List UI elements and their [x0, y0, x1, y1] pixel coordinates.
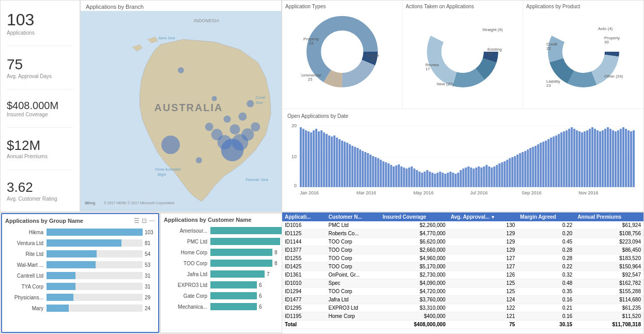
panel-icons: ☰ ⊡ ⋯: [134, 217, 155, 224]
table-row[interactable]: ID1255TOO Corp$4,960,0001270.28$183,520: [282, 254, 643, 263]
table-cell: EXPRO3 Ltd: [326, 304, 380, 312]
customer-bar-row[interactable]: Mechanica... 6: [164, 302, 296, 311]
applications-value: 103: [7, 10, 73, 29]
x-jan: Jan 2016: [300, 190, 319, 195]
bubble10[interactable]: [238, 112, 247, 120]
group-name-title: Applications by Group Name: [5, 218, 83, 224]
bubble4[interactable]: [241, 128, 254, 141]
table-cell: ID1010: [282, 279, 326, 287]
bubble13[interactable]: [212, 96, 217, 101]
svg-rect-63: [385, 162, 387, 187]
bubble11[interactable]: [178, 67, 184, 73]
bubble8[interactable]: [205, 123, 213, 131]
table-cell: 127: [448, 263, 517, 271]
bubble7[interactable]: [251, 122, 260, 131]
customer-bar-row[interactable]: Amerisour... 10: [164, 226, 296, 235]
customer-bar-row[interactable]: EXPRO3 Ltd 6: [164, 280, 296, 290]
customer-bar-row[interactable]: Gate Corp 6: [164, 291, 296, 300]
group-bar-fill: [47, 305, 69, 312]
bubble12[interactable]: [247, 100, 254, 108]
svg-rect-75: [416, 170, 418, 187]
group-bar-row[interactable]: Mary 24: [5, 303, 155, 313]
bubble14[interactable]: [196, 157, 202, 163]
table-total-cell: [326, 321, 380, 329]
bubble6[interactable]: [230, 124, 240, 134]
tasman-sea-label: Tasman Sea: [245, 177, 268, 182]
table-total-cell: 75: [448, 321, 517, 329]
svg-rect-141: [586, 130, 588, 187]
col-avg-approval[interactable]: Avg. Approval...▼: [448, 212, 517, 221]
table-row[interactable]: ID1295EXPRO3 Ltd$3,310,0001220.21$61,235: [282, 304, 643, 312]
menu-icon[interactable]: ☰: [134, 217, 140, 224]
table-row[interactable]: ID1010Spec$4,090,0001250.48$162,782: [282, 279, 643, 287]
group-bar-row[interactable]: Ventura Ltd 81: [5, 238, 155, 248]
table-row[interactable]: ID1425TOO Corp$5,170,0001270.22$150,964: [282, 263, 643, 271]
customer-bar-row[interactable]: Home Corp 8: [164, 248, 296, 257]
svg-rect-64: [388, 163, 390, 187]
table-row[interactable]: ID1125Roberts Co...$4,770,0001290.20$108…: [282, 230, 643, 238]
svg-rect-57: [370, 155, 372, 187]
col-customer[interactable]: Customer N...: [326, 212, 380, 221]
col-insured[interactable]: Insured Coverage: [380, 212, 448, 221]
customer-bar-row[interactable]: PMC Ltd 9: [164, 237, 296, 246]
bubble15[interactable]: [161, 135, 180, 154]
svg-rect-66: [393, 166, 395, 187]
svg-rect-37: [318, 131, 320, 187]
svg-rect-157: [627, 130, 630, 187]
table-cell: 0.20: [517, 230, 575, 238]
expand-icon[interactable]: ⊡: [142, 217, 147, 224]
svg-rect-144: [594, 129, 596, 187]
group-bar-row[interactable]: Wal-Mart ... 53: [5, 260, 155, 269]
svg-rect-42: [331, 136, 333, 187]
open-apps-chart: 20 10 0: [287, 121, 638, 196]
group-bar-row[interactable]: Cantrell Ltd 31: [5, 271, 155, 280]
customer-bar-fill: [210, 249, 272, 256]
table-row[interactable]: ID1294TOO Corp$4,720,0001250.35$155,288: [282, 287, 643, 296]
col-application[interactable]: Applicati...: [282, 212, 326, 221]
svg-rect-153: [617, 130, 619, 187]
svg-rect-82: [434, 174, 436, 187]
customer-bar-row[interactable]: TOO Corp 8: [164, 259, 296, 268]
table-row[interactable]: ID1144TOO Corp$6,620,0001290.45$223,094: [282, 238, 643, 246]
svg-rect-47: [344, 142, 346, 187]
group-bar-fill: [47, 294, 73, 301]
table-cell: 0.28: [517, 254, 575, 263]
svg-rect-151: [612, 130, 614, 187]
table-cell: 125: [448, 287, 517, 296]
group-bar-row[interactable]: TYA Corp 31: [5, 282, 155, 291]
group-bar-track: [47, 305, 143, 312]
svg-rect-92: [460, 170, 462, 187]
table-cell: ID1195: [282, 312, 326, 321]
dots-icon[interactable]: ⋯: [149, 217, 155, 224]
x-may: May 2016: [413, 190, 434, 195]
app-types-title: Application Types: [285, 4, 399, 9]
col-margin[interactable]: Margin Agreed: [517, 212, 575, 221]
group-bar-row[interactable]: Rite Ltd 54: [5, 249, 155, 259]
group-bar-row[interactable]: Hikma 103: [5, 227, 155, 237]
table-row[interactable]: ID1377TOO Corp$2,660,0001290.28$86,450: [282, 246, 643, 254]
svg-rect-65: [390, 165, 392, 187]
table-cell: $4,090,000: [380, 279, 448, 287]
table-cell: $162,782: [575, 279, 643, 287]
svg-text:Bight: Bight: [158, 173, 166, 177]
svg-rect-131: [560, 132, 562, 187]
applications-label: Applications: [7, 30, 73, 36]
group-bar-row[interactable]: Physicians... 29: [5, 293, 155, 302]
customer-bar-row[interactable]: Jafra Ltd 7: [164, 269, 296, 279]
svg-rect-112: [511, 157, 513, 187]
table-row[interactable]: ID1016PMC Ltd$2,260,0001300.22$61,924: [282, 221, 643, 230]
group-bar-value: 24: [145, 306, 155, 311]
app-types-donut: Property 18 Dealer 54 Commercial 25: [285, 11, 399, 92]
table-cell: $4,770,000: [380, 230, 448, 238]
svg-rect-30: [300, 127, 302, 187]
table-row[interactable]: ID1195Home Corp$400,0001210.16$11,520: [282, 312, 643, 321]
svg-rect-117: [524, 151, 526, 187]
customer-bar-fill: [210, 281, 257, 289]
table-row[interactable]: ID1477Jafra Ltd$3,760,0001240.16$114,680: [282, 296, 643, 304]
svg-rect-56: [367, 153, 369, 187]
col-premiums[interactable]: Annual Premiums: [575, 212, 643, 221]
bubble9[interactable]: [224, 115, 231, 123]
app-types-panel: Application Types Property 18 Dealer: [282, 1, 403, 109]
table-row[interactable]: ID1361OnPoint, Gr...$2,730,0001260.32$92…: [282, 271, 643, 279]
bubble5[interactable]: [211, 129, 223, 140]
